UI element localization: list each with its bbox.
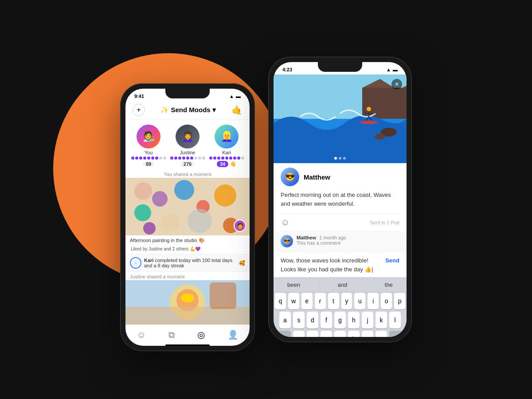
nav-chat-icon[interactable]: ⧉	[168, 330, 175, 340]
key-a[interactable]: a	[279, 312, 291, 329]
user-justine-name: Justine	[180, 150, 196, 155]
feed-caption: Afternoon painting in the studio 🎨	[125, 235, 250, 246]
svg-point-9	[360, 121, 378, 124]
user-kari-score: 34	[217, 161, 228, 167]
send-bar[interactable]: ☺ Sent to 1 Pod	[274, 214, 407, 231]
key-p[interactable]: p	[394, 293, 405, 309]
wave-button[interactable]: 🤙	[231, 105, 243, 115]
phone-1: 9:41 ▲ ▬ + ✨ Send Moods ▾ 🤙	[120, 83, 255, 351]
kari-completed: ○ Kari completed today with 100 total da…	[125, 254, 250, 272]
liked-text: Liked by Justine and 2 others 💪💜	[125, 246, 250, 254]
phone-2-notch	[318, 62, 362, 72]
user-justine-dots	[170, 156, 205, 160]
kb-row-3: ⇧ z x c v b n m ⌫	[275, 331, 405, 337]
comment-subtitle: This has a comment	[297, 240, 346, 246]
phone-2-time: 4:23	[282, 67, 292, 72]
key-f[interactable]: f	[321, 312, 332, 329]
key-d[interactable]: d	[307, 312, 318, 329]
key-l[interactable]: l	[389, 312, 401, 329]
emoji-button[interactable]: ☺	[281, 217, 289, 227]
user-you-score: 89	[143, 161, 154, 167]
avatar-you: 🧑‍🎨	[137, 125, 160, 149]
phone-1-time: 9:41	[134, 94, 144, 99]
reply-box[interactable]: Wow, those waves look incredible! Looks …	[274, 253, 407, 277]
shift-key[interactable]: ⇧	[275, 331, 291, 337]
reply-text[interactable]: Wow, those waves look incredible! Looks …	[281, 256, 382, 274]
food-background	[125, 280, 250, 325]
phone-2-screen: 4:23 ▲ ▬	[274, 62, 407, 337]
key-g[interactable]: g	[334, 312, 346, 329]
user-justine-score: 276	[180, 161, 195, 167]
key-r[interactable]: r	[315, 293, 326, 309]
feed-image-food[interactable]	[125, 280, 250, 325]
user-justine[interactable]: 👩‍🦱 Justine 276	[170, 125, 205, 167]
poster-name: Matthew	[304, 173, 330, 181]
key-z[interactable]: z	[293, 331, 305, 337]
user-you-dots	[131, 156, 166, 160]
phones-container: 9:41 ▲ ▬ + ✨ Send Moods ▾ 🤙	[120, 57, 412, 351]
suggestion-2[interactable]: and	[338, 282, 348, 289]
feed-area: You shared a moment	[125, 170, 250, 325]
key-w[interactable]: w	[288, 293, 299, 309]
backspace-key[interactable]: ⌫	[389, 331, 405, 337]
kb-row-2: a s d f g h j k l	[275, 312, 405, 329]
suggestion-1[interactable]: been	[287, 282, 300, 289]
key-o[interactable]: o	[381, 293, 392, 309]
user-kari-name: Kari	[222, 150, 231, 155]
dot-3	[343, 157, 346, 160]
key-q[interactable]: q	[275, 293, 286, 309]
wifi-icon: ▲	[229, 94, 234, 99]
user-kari-dots	[209, 156, 244, 160]
key-v[interactable]: v	[334, 331, 346, 337]
user-you-name: You	[145, 150, 153, 155]
key-t[interactable]: t	[328, 293, 339, 309]
key-y[interactable]: y	[341, 293, 352, 309]
svg-point-4	[367, 107, 371, 111]
nav-profile-icon[interactable]: 👤	[227, 329, 239, 340]
kari-completed-emoji: 🥰	[239, 260, 245, 266]
feed-image-painting[interactable]: 🧑	[125, 178, 250, 235]
comment-section: 😎 Matthew 1 month ago This has a comment	[274, 231, 407, 253]
key-m[interactable]: m	[376, 331, 387, 337]
battery-icon-2: ▬	[393, 67, 398, 72]
suggestion-3[interactable]: the	[385, 282, 393, 289]
phone-2: 4:23 ▲ ▬	[268, 57, 412, 342]
comment-meta: Matthew 1 month ago This has a comment	[297, 235, 346, 246]
key-n[interactable]: n	[362, 331, 373, 337]
kb-row-1: q w e r t y u i o p	[275, 293, 405, 309]
key-s[interactable]: s	[293, 312, 305, 329]
battery-icon: ▬	[236, 94, 241, 99]
kari-wave-emoji: 👋	[230, 161, 236, 167]
phone-1-status-icons: ▲ ▬	[229, 94, 241, 99]
kari-progress-icon: ○	[130, 257, 141, 269]
post-image[interactable]: ✕	[274, 74, 407, 163]
keyboard: been | and | the q w e r t y u i o	[274, 277, 407, 337]
send-button[interactable]: Send	[385, 256, 399, 264]
comment-user-row: 😎 Matthew 1 month ago This has a comment	[281, 235, 399, 247]
nav-home-icon[interactable]: ◎	[197, 329, 205, 340]
key-k[interactable]: k	[376, 312, 387, 329]
user-kari[interactable]: 👱‍♀️ Kari 34 👋	[209, 125, 244, 167]
key-h[interactable]: h	[348, 312, 360, 329]
key-j[interactable]: j	[362, 312, 373, 329]
key-x[interactable]: x	[307, 331, 318, 337]
phone-2-status-icons: ▲ ▬	[386, 67, 398, 72]
avatar-kari: 👱‍♀️	[215, 125, 239, 149]
key-e[interactable]: e	[301, 293, 313, 309]
home-bar	[165, 344, 210, 346]
nav-mood-icon[interactable]: ☺	[137, 330, 145, 340]
header-title[interactable]: ✨ Send Moods ▾	[160, 106, 215, 114]
user-you[interactable]: 🧑‍🎨 You 89	[131, 125, 166, 167]
keyboard-suggestions: been | and | the	[275, 280, 405, 293]
key-u[interactable]: u	[354, 293, 365, 309]
phone-1-nav: ☺ ⧉ ◎ 👤	[125, 325, 250, 343]
caption-text: Afternoon painting in the studio 🎨	[130, 238, 205, 243]
close-button[interactable]: ✕	[391, 79, 402, 90]
key-b[interactable]: b	[348, 331, 360, 337]
key-c[interactable]: c	[321, 331, 332, 337]
kari-completed-text: Kari completed today with 100 total days…	[144, 258, 236, 268]
image-dots	[334, 157, 346, 160]
comment-user-info: Matthew 1 month ago	[297, 235, 346, 240]
key-i[interactable]: i	[368, 293, 379, 309]
add-button[interactable]: +	[133, 104, 145, 116]
